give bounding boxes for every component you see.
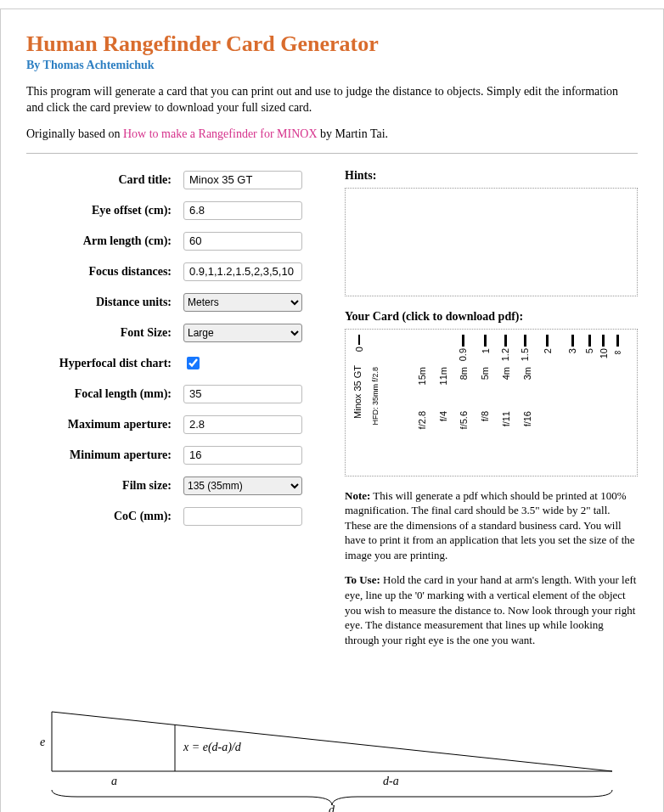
film-size-label: Film size: xyxy=(26,479,183,493)
hyperfocal-distance: 4m xyxy=(501,367,511,380)
geometry-diagram: e a d-a x = e(d-a)/d d xyxy=(26,678,638,812)
svg-line-2 xyxy=(52,712,612,771)
distance-tick: 10 xyxy=(599,335,609,358)
distance-units-select[interactable]: Meters xyxy=(183,293,302,312)
distance-tick: 2 xyxy=(543,335,553,353)
eye-offset-label: Eye offset (cm): xyxy=(26,204,183,217)
hints-label: Hints: xyxy=(345,169,638,183)
film-size-select[interactable]: 135 (35mm) xyxy=(183,476,302,495)
intro-attribution-pre: Originally based on xyxy=(26,127,123,140)
use-text: Hold the card in your hand at arm's leng… xyxy=(345,573,636,646)
card-preview[interactable]: 00.911.21.523510∞ Minox 35 GT HFD: 35mm … xyxy=(345,329,638,476)
divider xyxy=(26,153,638,154)
card-title-input[interactable] xyxy=(183,171,302,189)
font-size-label: Font Size: xyxy=(26,326,183,340)
hyperfocal-distance: 3m xyxy=(522,367,532,380)
hyperfocal-distance: 11m xyxy=(438,367,448,385)
distance-tick: 3 xyxy=(567,335,577,353)
page-title: Human Rangefinder Card Generator xyxy=(26,31,638,57)
byline: By Thomas Achtemichuk xyxy=(26,59,638,72)
arm-length-label: Arm length (cm): xyxy=(26,234,183,248)
diagram-e-label: e xyxy=(40,736,45,748)
distance-tick: 0 xyxy=(354,335,364,352)
card-hfd-text: HFD: 35mm f/2.8 xyxy=(371,367,380,426)
focal-length-label: Focal length (mm): xyxy=(26,387,183,401)
distance-tick: 1 xyxy=(481,335,491,353)
card-preview-label: Your Card (click to download pdf): xyxy=(345,310,638,324)
use-paragraph: To Use: Hold the card in your hand at ar… xyxy=(345,572,638,647)
focus-distances-label: Focus distances: xyxy=(26,265,183,279)
arm-length-input[interactable] xyxy=(183,232,302,251)
card-title-text: Minox 35 GT xyxy=(352,365,363,419)
hyperfocal-label: Hyperfocal dist chart: xyxy=(26,357,183,370)
min-aperture-input[interactable] xyxy=(183,446,302,465)
distance-tick: ∞ xyxy=(612,335,622,358)
fstop-label: f/8 xyxy=(480,411,490,421)
hyperfocal-distance: 15m xyxy=(417,367,427,385)
diagram-d-label: d xyxy=(329,804,335,812)
fstop-label: f/16 xyxy=(522,411,532,426)
fstop-label: f/11 xyxy=(501,411,511,426)
note-paragraph: Note: This will generate a pdf which sho… xyxy=(345,488,638,563)
coc-label: CoC (mm): xyxy=(26,510,183,523)
distance-tick: 1.5 xyxy=(520,335,530,361)
hyperfocal-checkbox[interactable] xyxy=(187,357,200,369)
intro-attribution-post: by Martin Tai. xyxy=(318,127,389,140)
font-size-select[interactable]: Large xyxy=(183,324,302,342)
intro-attribution: Originally based on How to make a Rangef… xyxy=(26,127,638,143)
eye-offset-input[interactable] xyxy=(183,201,302,220)
hyperfocal-distance: 8m xyxy=(459,367,469,380)
distance-tick: 1.2 xyxy=(500,335,510,361)
hints-box xyxy=(345,188,638,296)
diagram-da-label: d-a xyxy=(383,775,399,787)
fstop-label: f/2.8 xyxy=(417,411,427,429)
note-text: This will generate a pdf which should be… xyxy=(345,489,635,561)
fstop-label: f/4 xyxy=(438,411,448,421)
use-label: To Use: xyxy=(345,573,380,586)
hyperfocal-distance: 5m xyxy=(480,367,490,380)
max-aperture-label: Maximum aperture: xyxy=(26,418,183,431)
focal-length-input[interactable] xyxy=(183,385,302,403)
min-aperture-label: Minimum aperture: xyxy=(26,448,183,462)
diagram-a-label: a xyxy=(111,775,117,787)
coc-input[interactable] xyxy=(183,507,302,526)
distance-tick: 0.9 xyxy=(458,335,468,361)
reference-link[interactable]: How to make a Rangefinder for MINOX xyxy=(123,127,318,140)
max-aperture-input[interactable] xyxy=(183,415,302,434)
card-title-label: Card title: xyxy=(26,173,183,187)
note-label: Note: xyxy=(345,489,370,502)
intro-paragraph: This program will generate a card that y… xyxy=(26,84,638,116)
fstop-label: f/5.6 xyxy=(459,411,469,429)
focus-distances-input[interactable] xyxy=(183,262,302,281)
distance-tick: 5 xyxy=(584,335,594,353)
distance-units-label: Distance units: xyxy=(26,296,183,309)
diagram-formula: x = e(d-a)/d xyxy=(183,741,242,754)
settings-form: Card title: Eye offset (cm): Arm length … xyxy=(26,169,319,536)
